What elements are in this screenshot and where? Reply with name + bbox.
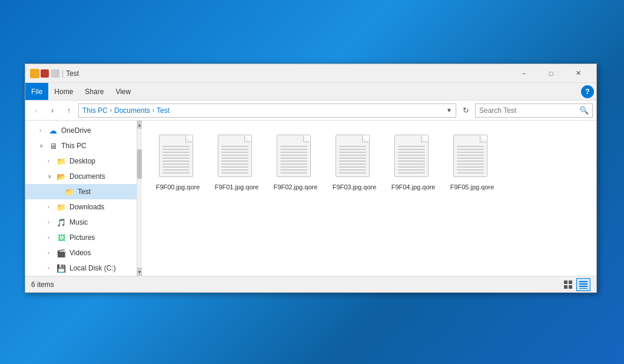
minimize-button[interactable]: − [510,64,537,83]
doc-line [457,169,484,171]
expand-arrow-music: › [48,219,56,225]
doc-icon [453,135,487,177]
doc-line [280,172,307,173]
window-title: Test [66,69,510,78]
doc-lines [280,146,307,175]
doc-icon [277,135,311,177]
address-bar[interactable]: This PC › Documents › Test ▼ [78,103,456,118]
doc-line [280,166,307,168]
sidebar-item-downloads[interactable]: › 📁 Downloads [25,199,137,215]
svg-rect-6 [579,286,588,287]
help-button[interactable]: ? [581,85,594,98]
doc-line [221,146,248,147]
doc-icon [159,135,193,177]
doc-line [398,158,425,159]
file-item[interactable]: F9F05.jpg.qore [446,132,499,193]
sidebar-item-desktop[interactable]: › 📁 Desktop [25,153,137,169]
file-item[interactable]: F9F00.jpg.qore [151,132,204,193]
doc-line [162,166,190,168]
sidebar-item-documents[interactable]: ∨ 📂 Documents [25,169,137,184]
address-dropdown-button[interactable]: ▼ [446,107,452,113]
doc-line [280,169,307,171]
sidebar-item-onedrive[interactable]: › ☁ OneDrive [25,123,137,138]
sidebar-item-thispc[interactable]: ∨ 🖥 This PC [25,138,137,153]
music-icon: 🎵 [56,218,67,227]
svg-rect-5 [579,283,588,285]
doc-line [457,161,484,162]
doc-line [339,149,366,150]
file-item[interactable]: F9F03.jpg.qore [328,132,381,193]
doc-line [221,166,248,168]
sidebar-item-videos[interactable]: › 🎬 Videos [25,245,137,261]
sidebar-label-videos: Videos [69,249,91,257]
search-button[interactable]: 🔍 [579,106,589,115]
doc-line [398,166,425,168]
doc-line [280,161,307,162]
doc-line [398,161,425,162]
view-list-button[interactable] [576,278,590,291]
doc-line [398,163,425,165]
expand-arrow-onedrive: › [39,128,48,133]
doc-line [398,146,425,147]
scroll-up-button[interactable]: ▲ [137,121,142,129]
sidebar-label-downloads: Downloads [69,203,104,211]
doc-line [339,163,366,165]
search-input[interactable] [479,106,579,115]
menu-file[interactable]: File [25,83,48,100]
folder-icon-desktop: 📁 [56,156,67,166]
file-item[interactable]: F9F02.jpg.qore [269,132,322,193]
status-count: 6 items [31,280,54,289]
onedrive-icon: ☁ [48,126,58,135]
addr-part-test[interactable]: Test [157,106,170,115]
up-button[interactable]: ↑ [62,103,76,118]
scroll-thumb [137,149,142,179]
pc-icon: 🖥 [48,141,58,151]
back-button[interactable]: ‹ [29,103,43,118]
svg-rect-1 [569,280,572,284]
sidebar-item-test[interactable]: 📁 Test [25,184,137,199]
sidebar-item-localdisk[interactable]: › 💾 Local Disk (C:) [25,261,137,276]
doc-line [162,146,190,147]
scroll-down-button[interactable]: ▼ [137,268,142,276]
menu-share[interactable]: Share [79,83,109,100]
doc-lines [162,146,190,175]
doc-line [162,169,190,171]
file-item[interactable]: F9F04.jpg.qore [387,132,440,193]
sidebar-label-desktop: Desktop [69,157,95,165]
sidebar: › ☁ OneDrive ∨ 🖥 This PC › 📁 Desktop [25,121,137,276]
menu-home[interactable]: Home [48,83,79,100]
doc-line [162,163,190,165]
sidebar-container: › ☁ OneDrive ∨ 🖥 This PC › 📁 Desktop [25,121,142,276]
sidebar-scrollbar: ▲ ▼ [137,121,142,276]
folder-icon-documents: 📂 [56,172,67,181]
addr-part-documents[interactable]: Documents [114,106,150,115]
sidebar-item-music[interactable]: › 🎵 Music [25,215,137,230]
file-name: F9F04.jpg.qore [391,183,436,191]
maximize-button[interactable]: □ [537,64,565,83]
sidebar-label-onedrive: OneDrive [61,126,91,135]
addr-part-thispc[interactable]: This PC [82,106,108,115]
file-item[interactable]: F9F01.jpg.qore [210,132,263,193]
view-grid-button[interactable] [561,278,575,291]
sidebar-label-pictures: Pictures [69,233,95,242]
videos-icon: 🎬 [56,248,67,258]
doc-lines [339,146,366,175]
file-name: F9F02.jpg.qore [274,183,318,191]
titlebar-arrow-icon [51,69,59,78]
doc-line [457,172,484,173]
svg-rect-2 [564,285,567,289]
refresh-button[interactable]: ↻ [459,103,473,118]
search-bar[interactable]: 🔍 [475,103,593,118]
close-button[interactable]: ✕ [565,64,592,83]
svg-rect-0 [564,280,567,284]
file-icon-wrapper [277,135,315,181]
doc-line [221,161,248,162]
forward-button[interactable]: › [45,103,59,118]
file-icon-wrapper [336,135,374,181]
file-name: F9F01.jpg.qore [215,183,259,191]
menu-view[interactable]: View [109,83,137,100]
doc-line [457,152,484,153]
doc-lines [398,146,425,175]
sidebar-item-pictures[interactable]: › 🖼 Pictures [25,230,137,245]
doc-line [457,149,484,150]
